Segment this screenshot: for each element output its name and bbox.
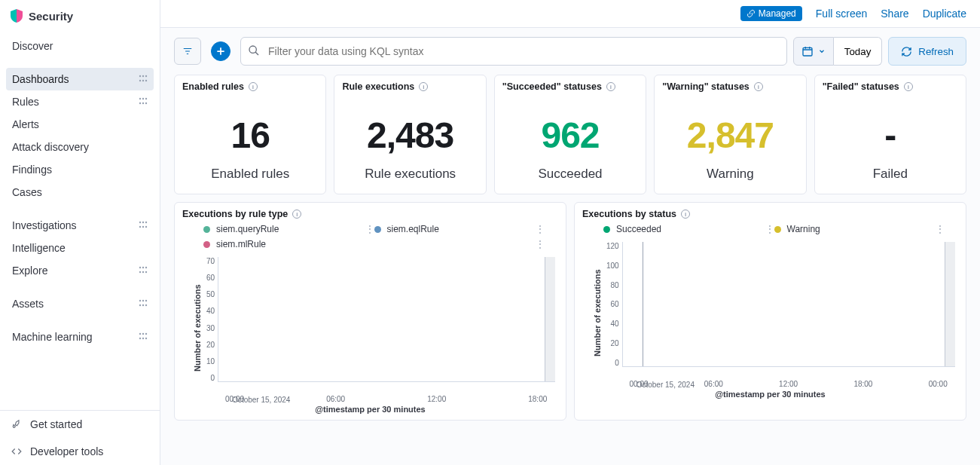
info-icon[interactable]: i	[292, 210, 301, 219]
svg-point-5	[145, 80, 147, 81]
date-quick-today[interactable]: Today	[834, 37, 883, 66]
svg-point-2	[145, 75, 147, 77]
metric-card: Rule executionsi2,483Rule executions	[334, 75, 486, 194]
legend-item[interactable]: Warning⋮	[774, 224, 945, 234]
footer-get-started[interactable]: Get started	[0, 411, 160, 438]
managed-badge[interactable]: Managed	[740, 6, 802, 21]
sidebar-item-investigations[interactable]: Investigations	[6, 214, 154, 237]
sidebar-item-label: Dashboards	[12, 73, 69, 85]
metric-card: "Warning" statusesi2,847Warning	[654, 75, 806, 194]
rocket-icon	[11, 418, 23, 430]
metric-label: Failed	[873, 167, 908, 182]
link-icon	[746, 9, 756, 18]
x-axis-title: @timestamp per 30 minutes	[582, 388, 958, 400]
legend-swatch	[203, 241, 210, 248]
svg-point-21	[139, 271, 141, 273]
share-link[interactable]: Share	[881, 8, 908, 20]
sidebar: Security DiscoverDashboardsRulesAlertsAt…	[0, 0, 160, 465]
sidebar-item-alerts[interactable]: Alerts	[6, 113, 154, 136]
svg-point-26	[145, 300, 147, 301]
legend-swatch	[203, 226, 210, 233]
add-filter-button[interactable]	[211, 41, 230, 61]
sidebar-item-dashboards[interactable]: Dashboards	[6, 68, 154, 90]
svg-point-14	[145, 222, 147, 223]
svg-point-8	[145, 98, 147, 99]
svg-point-32	[145, 333, 147, 335]
chart-plot[interactable]: 00:0006:0012:0018:0000:00 October 15, 20…	[622, 242, 955, 367]
legend-actions-icon[interactable]: ⋮	[765, 224, 774, 234]
svg-point-15	[139, 226, 141, 228]
metric-label: Succeeded	[538, 167, 602, 182]
code-icon	[11, 445, 23, 457]
svg-point-36	[249, 46, 256, 53]
footer-devtools[interactable]: Developer tools	[0, 438, 160, 465]
info-icon[interactable]: i	[681, 210, 690, 219]
sidebar-item-assets[interactable]: Assets	[6, 292, 154, 315]
card-title: Rule executionsi	[342, 81, 478, 92]
grid-icon	[139, 298, 148, 310]
x-axis-title: @timestamp per 30 minutes	[182, 403, 558, 415]
svg-point-13	[142, 222, 144, 223]
legend-item[interactable]: siem.queryRule⋮	[203, 224, 374, 234]
info-icon[interactable]: i	[249, 82, 258, 91]
grid-icon	[139, 96, 148, 108]
sidebar-item-machine-learning[interactable]: Machine learning	[6, 326, 154, 348]
brush-handle[interactable]	[545, 257, 555, 381]
sidebar-item-intelligence[interactable]: Intelligence	[6, 237, 154, 259]
legend-actions-icon[interactable]: ⋮	[365, 224, 374, 234]
grid-icon	[139, 219, 148, 231]
sidebar-item-explore[interactable]: Explore	[6, 259, 154, 282]
legend-label: Warning	[787, 224, 930, 234]
sidebar-item-label: Assets	[12, 298, 44, 310]
legend-swatch	[603, 226, 610, 233]
chevron-down-icon	[818, 47, 826, 55]
legend-actions-icon[interactable]: ⋮	[936, 224, 945, 234]
svg-point-22	[142, 271, 144, 273]
refresh-button[interactable]: Refresh	[888, 37, 966, 66]
query-bar: Today Refresh	[160, 28, 980, 75]
footer-label: Get started	[30, 418, 82, 430]
metric-value: 2,483	[367, 115, 453, 156]
card-title: "Warning" statusesi	[662, 81, 798, 92]
sidebar-item-cases[interactable]: Cases	[6, 181, 154, 203]
legend-item[interactable]: siem.mlRule⋮	[203, 239, 545, 249]
sidebar-item-attack-discovery[interactable]: Attack discovery	[6, 136, 154, 158]
legend-item[interactable]: Succeeded⋮	[603, 224, 774, 234]
fullscreen-link[interactable]: Full screen	[816, 8, 867, 20]
info-icon[interactable]: i	[606, 82, 615, 91]
svg-point-31	[142, 333, 144, 335]
sidebar-header: Security	[0, 0, 160, 32]
sidebar-item-discover[interactable]: Discover	[6, 35, 154, 57]
svg-point-9	[139, 102, 141, 104]
duplicate-link[interactable]: Duplicate	[923, 8, 966, 20]
sidebar-item-label: Cases	[12, 186, 42, 198]
sidebar-item-rules[interactable]: Rules	[6, 90, 154, 113]
info-icon[interactable]: i	[904, 82, 913, 91]
info-icon[interactable]: i	[419, 82, 428, 91]
sidebar-item-label: Explore	[12, 265, 47, 277]
grid-icon	[139, 331, 148, 343]
sidebar-item-findings[interactable]: Findings	[6, 158, 154, 181]
sidebar-item-label: Rules	[12, 96, 39, 108]
svg-point-28	[142, 304, 144, 306]
chart-plot[interactable]: 00:0006:0012:0018:00 October 15, 2024	[218, 257, 555, 382]
svg-point-35	[145, 338, 147, 339]
time-marker	[643, 242, 643, 366]
chart-legend: Succeeded⋮Warning⋮	[582, 219, 958, 237]
legend-actions-icon[interactable]: ⋮	[536, 239, 545, 249]
svg-point-4	[142, 80, 144, 81]
svg-point-18	[139, 267, 141, 268]
date-picker-button[interactable]	[793, 37, 834, 66]
metric-card: Enabled rulesi16Enabled rules	[174, 75, 326, 194]
chart-title: Executions by rule type i	[182, 209, 558, 219]
chart-title: Executions by status i	[582, 209, 958, 219]
metric-label: Enabled rules	[211, 167, 289, 182]
refresh-label: Refresh	[918, 46, 954, 57]
sidebar-item-label: Machine learning	[12, 331, 93, 343]
legend-item[interactable]: siem.eqlRule⋮	[374, 224, 545, 234]
kql-search-input[interactable]	[240, 37, 787, 66]
legend-actions-icon[interactable]: ⋮	[536, 224, 545, 234]
filter-toggle-button[interactable]	[174, 38, 201, 65]
brush-handle[interactable]	[945, 242, 955, 366]
info-icon[interactable]: i	[754, 82, 763, 91]
